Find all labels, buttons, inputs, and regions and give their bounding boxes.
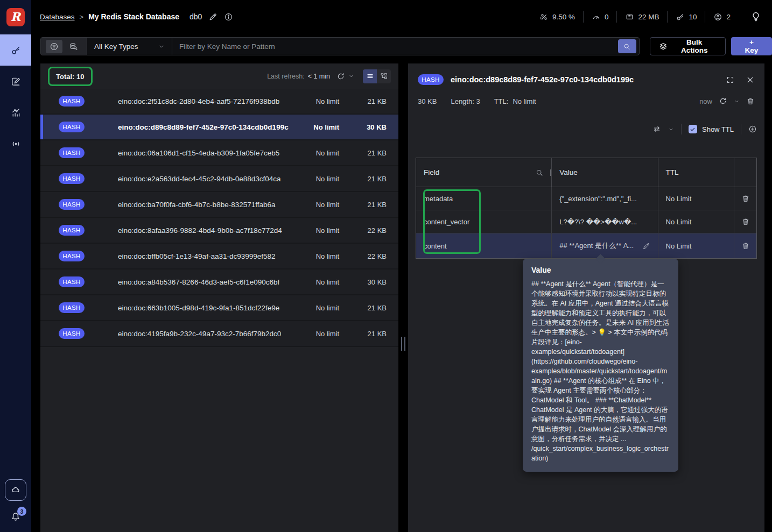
panel-resize-handle[interactable] [401, 337, 405, 351]
field-ttl[interactable]: No Limit [666, 218, 692, 226]
filter-mode-button[interactable] [46, 40, 62, 53]
key-row[interactable]: HASH eino:doc:ba70f0fa-cbf6-4b7c-b8be-83… [40, 192, 398, 218]
ttl-cell: No Limit [658, 210, 735, 233]
key-size: 30 KB [339, 278, 387, 286]
tree-view-button[interactable] [377, 69, 391, 83]
tooltip-body: ## **Agent 是什么** Agent（智能代理）是一个能够感知环境并采取… [531, 279, 670, 463]
last-refresh-label: Last refresh: [267, 73, 304, 80]
field-ttl[interactable]: No Limit [666, 242, 692, 250]
stat-keys: 10 [668, 12, 705, 22]
field-name: metadata [424, 195, 453, 203]
key-type-badge: HASH [59, 96, 85, 107]
key-row-selected[interactable]: HASH eino:doc:d89c8d89-fef7-452e-97c0-13… [40, 115, 398, 140]
key-name: eino:doc:bffb05cf-1e13-49af-aa31-dc93999… [118, 252, 276, 260]
delete-key-button[interactable] [746, 97, 755, 105]
key-row[interactable]: HASH eino:doc:06a106d1-cf15-4eda-b309-1f… [40, 140, 398, 166]
pencil-icon [642, 242, 650, 250]
refresh-icon [719, 97, 727, 105]
key-size: 22 KB [339, 226, 387, 235]
scan-icon [69, 42, 78, 51]
list-view-icon [366, 72, 374, 80]
field-row[interactable]: metadata {"_extension":".md","_fi... No … [416, 187, 756, 210]
search-button[interactable] [618, 39, 636, 53]
format-switch-button[interactable] [652, 125, 661, 133]
sidebar-item-pubsub[interactable] [0, 128, 31, 159]
bulk-actions-button[interactable]: Bulk Actions [650, 37, 726, 55]
edit-db-alias-button[interactable] [208, 12, 217, 22]
value-cell: L?�?\? ��>��w�... [552, 210, 658, 233]
show-ttl-label: Show TTL [702, 125, 734, 133]
key-row[interactable]: HASH eino:doc:663b1005-d98d-419c-9fa1-85… [40, 295, 398, 321]
refresh-area: Last refresh: < 1 min [267, 69, 391, 83]
panel-gutter [398, 63, 408, 532]
field-row-hovered[interactable]: content ## **Agent 是什么** A... No Limit [416, 233, 756, 258]
value-cell: {"_extension":".md","_fi... [552, 187, 658, 210]
add-field-button[interactable] [748, 125, 757, 133]
field-value[interactable]: L?�?\? ��>��w�... [559, 218, 637, 226]
format-options-button[interactable] [668, 126, 674, 132]
trash-icon [741, 217, 750, 226]
key-ttl: No limit [316, 97, 339, 105]
insights-button[interactable] [750, 11, 761, 22]
list-view-button[interactable] [363, 69, 377, 83]
field-row[interactable]: content_vector L?�?\? ��>��w�... No Limi… [416, 210, 756, 233]
close-details-button[interactable] [746, 75, 755, 84]
refresh-keys-button[interactable] [336, 72, 345, 81]
breadcrumb-separator: > [80, 13, 84, 21]
notifications-button[interactable]: 3 [10, 510, 22, 522]
scan-mode-button[interactable] [65, 40, 82, 53]
cloud-button[interactable] [5, 479, 26, 501]
db-info-button[interactable] [224, 12, 233, 22]
key-row[interactable]: HASH eino:doc:2f51c8dc-2d80-4eb4-aaf5-72… [40, 89, 398, 115]
toolbar-divider [681, 124, 682, 134]
field-name: content [424, 242, 447, 250]
field-ttl[interactable]: No Limit [666, 195, 692, 203]
delete-field-button[interactable] [741, 217, 750, 226]
refresh-key-button[interactable] [719, 97, 727, 105]
search-input[interactable] [172, 38, 618, 55]
header-cell-ttl: TTL [658, 158, 735, 187]
db-stats: 9.50 % 0 22 MB 10 2 [531, 11, 763, 23]
add-key-button[interactable]: + Key [731, 37, 772, 55]
refresh-options-button[interactable] [348, 73, 354, 79]
key-row[interactable]: HASH eino:doc:bffb05cf-1e13-49af-aa31-dc… [40, 244, 398, 269]
key-type-badge: HASH [59, 225, 85, 236]
expand-icon [726, 75, 735, 84]
key-type-badge: HASH [59, 328, 85, 339]
show-ttl-checkbox[interactable] [689, 125, 697, 133]
breadcrumb-databases[interactable]: Databases [40, 13, 75, 21]
sidebar-item-browser[interactable] [0, 34, 31, 66]
key-size: 21 KB [339, 97, 387, 105]
delete-field-button[interactable] [741, 194, 750, 203]
key-length-value: Length: 3 [451, 97, 480, 105]
fullscreen-button[interactable] [726, 75, 735, 84]
sidebar-item-analytics[interactable] [0, 97, 31, 128]
toolbar-divider [741, 124, 741, 134]
refresh-key-options-button[interactable] [734, 98, 740, 104]
key-type-badge: HASH [59, 147, 85, 158]
close-icon [746, 75, 755, 84]
edit-value-button[interactable] [642, 242, 650, 250]
info-icon [224, 12, 233, 22]
field-value[interactable]: {"_extension":".md","_fi... [559, 195, 637, 203]
fields-toolbar: Show TTL [408, 105, 764, 134]
redis-logo[interactable]: R [0, 0, 31, 34]
key-ttl: No limit [316, 175, 339, 183]
sidebar-item-workbench[interactable] [0, 66, 31, 97]
key-ttl-value[interactable]: No limit [513, 97, 536, 105]
field-value[interactable]: ## **Agent 是什么** A... [559, 241, 634, 251]
redis-logo-tile: R [6, 8, 25, 26]
delete-field-button[interactable] [741, 242, 750, 250]
key-row[interactable]: HASH eino:doc:e2a563dd-fec4-45c2-94db-0e… [40, 166, 398, 192]
stat-keys-value: 10 [689, 13, 697, 21]
key-row[interactable]: HASH eino:doc:8afaa396-9882-4bd4-9b0b-ac… [40, 218, 398, 244]
value-cell: ## **Agent 是什么** A... [552, 233, 658, 258]
key-type-select[interactable]: All Key Types [87, 38, 172, 55]
tree-view-icon [380, 72, 388, 80]
key-row[interactable]: HASH eino:doc:a84b5367-8266-46d3-aef5-c6… [40, 269, 398, 295]
key-details-header-icons [726, 75, 755, 84]
header-cell-value: Value [552, 158, 658, 187]
field-search-button[interactable] [535, 168, 544, 177]
key-row[interactable]: HASH eino:doc:4195fa9b-232c-49a7-93c2-7b… [40, 321, 398, 347]
key-ttl: No limit [316, 149, 339, 157]
